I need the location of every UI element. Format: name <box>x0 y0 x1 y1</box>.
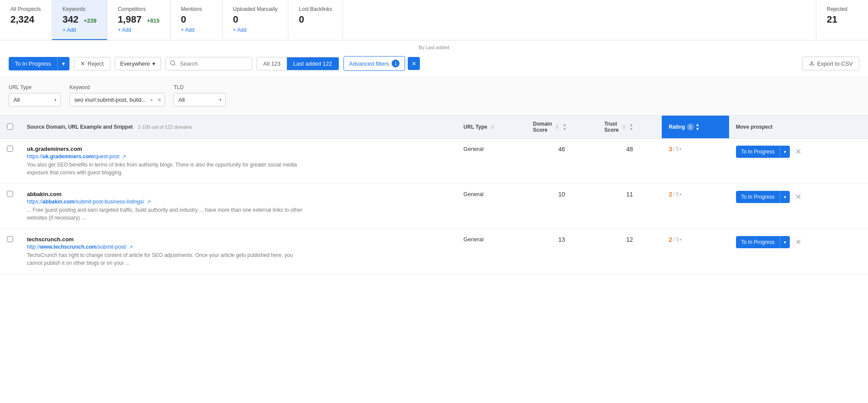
move-prospect-button[interactable]: To In Progress <box>736 236 780 248</box>
th-source: Source Domain, URL Example and Snippet 1… <box>20 116 456 139</box>
rating-caret[interactable]: ▾ <box>680 192 682 197</box>
rating-info-icon[interactable]: i <box>687 123 694 130</box>
trust-score-value: 48 <box>626 146 633 153</box>
row-checkbox-cell <box>0 139 20 184</box>
source-cell: uk.grademiners.com https://uk.grademiner… <box>20 139 456 184</box>
rating-value: 2 <box>669 191 672 198</box>
search-input[interactable] <box>165 57 252 70</box>
move-prospect-caret[interactable]: ▾ <box>780 236 790 248</box>
tld-filter: TLD All .com .org .net <box>174 84 226 107</box>
external-link-icon[interactable]: ↗ <box>129 244 133 250</box>
reject-x-icon: ✕ <box>80 60 85 67</box>
filter-tab-all[interactable]: All 123 <box>257 57 287 70</box>
trust-score-value: 12 <box>626 236 633 243</box>
row-close-button[interactable]: ✕ <box>793 147 803 157</box>
rating-slash: / 5 <box>673 191 679 197</box>
row-checkbox-cell <box>0 229 20 274</box>
to-in-progress-caret[interactable]: ▾ <box>57 57 69 70</box>
move-prospect-button[interactable]: To In Progress <box>736 191 780 203</box>
url-type-cell: General <box>456 139 526 184</box>
stat-value: 2,324 <box>10 14 41 25</box>
th-rating: Rating i ▲▼ <box>662 116 729 139</box>
domain-score-value: 10 <box>558 191 565 198</box>
move-prospect-group: To In Progress ▾ <box>736 191 790 203</box>
external-link-icon[interactable]: ↗ <box>147 199 151 204</box>
stat-card-all-prospects[interactable]: All Prospects 2,324 <box>0 0 52 40</box>
row-close-button[interactable]: ✕ <box>793 237 803 247</box>
filter-fields: URL Type All General Blog Forum Keyword … <box>9 84 859 107</box>
export-csv-button[interactable]: Export to CSV <box>802 57 859 70</box>
domain-url-link[interactable]: https://abbakin.com/submit-post-business… <box>27 199 145 205</box>
stat-card-mentions[interactable]: Mentions 0 + Add <box>171 0 223 40</box>
url-type-value: General <box>463 146 483 152</box>
url-type-select[interactable]: All General Blog Forum <box>9 93 61 107</box>
select-all-checkbox[interactable] <box>7 123 13 130</box>
url-type-select-wrapper: All General Blog Forum <box>9 93 61 107</box>
row-close-button[interactable]: ✕ <box>793 192 803 202</box>
stat-card-lost-backlinks[interactable]: Lost Backlinks 0 <box>288 0 343 40</box>
advanced-filters-close[interactable]: ✕ <box>408 57 420 70</box>
domain-url-link[interactable]: http://www.techscrunch.com/submit-post/ <box>27 244 128 250</box>
stat-card-competitors[interactable]: Competitors 1,987 +815 + Add <box>107 0 170 40</box>
domain-score-cell: 13 <box>526 229 597 274</box>
tld-select[interactable]: All .com .org .net <box>174 93 226 107</box>
action-cell: To In Progress ▾ ✕ <box>736 146 844 158</box>
move-prospect-button[interactable]: To In Progress <box>736 146 780 158</box>
table-row: abbakin.com https://abbakin.com/submit-p… <box>0 184 868 229</box>
stat-label: Lost Backlinks <box>299 6 332 12</box>
move-prospect-cell: To In Progress ▾ ✕ <box>729 229 851 274</box>
rating-cell: 3 / 5 ▾ <box>662 139 729 184</box>
advanced-filters-area: URL Type All General Blog Forum Keyword … <box>0 77 868 116</box>
stat-card-keywords[interactable]: Keywords 342 +239 + Add <box>52 0 107 40</box>
filter-bar: To In Progress ▾ ✕ Reject Everywhere ▾ A… <box>0 50 868 77</box>
chevron-down-icon: ▾ <box>152 60 155 67</box>
rating-caret[interactable]: ▾ <box>680 147 682 151</box>
url-type-info-icon[interactable]: i <box>489 123 496 130</box>
domain-name: uk.grademiners.com <box>27 146 449 152</box>
stat-delta: +239 <box>84 17 96 24</box>
row-checkbox[interactable] <box>7 191 13 197</box>
filter-tab-last-added[interactable]: Last added 122 <box>287 57 339 70</box>
keyword-clear-icon[interactable]: ✕ <box>157 97 162 103</box>
stat-add[interactable]: + Add <box>233 27 278 33</box>
to-in-progress-button[interactable]: To In Progress <box>9 57 57 70</box>
stat-card-uploaded-manually[interactable]: Uploaded Manually 0 + Add <box>223 0 289 40</box>
rating-sort[interactable]: ▲▼ <box>696 123 700 131</box>
stat-label: Competitors <box>118 6 159 12</box>
rating-slash: / 5 <box>673 236 679 243</box>
stat-card-rejected[interactable]: Rejected 21 <box>816 0 868 40</box>
domain-score-cell: 46 <box>526 139 597 184</box>
advanced-filters-button[interactable]: Advanced filters 1 <box>343 56 406 71</box>
move-prospect-caret[interactable]: ▾ <box>780 191 790 203</box>
domain-score-info-icon[interactable]: i <box>554 123 561 130</box>
domain-score-sort[interactable]: ▲▼ <box>562 123 567 131</box>
domain-url: http://www.techscrunch.com/submit-post/ … <box>27 244 449 250</box>
stat-add[interactable]: + Add <box>63 27 96 33</box>
rating-caret[interactable]: ▾ <box>680 237 682 242</box>
trust-score-info-icon[interactable]: i <box>620 123 627 130</box>
trust-score-sort[interactable]: ▲▼ <box>629 123 634 131</box>
th-trust-score: TrustScore i ▲▼ <box>597 116 662 139</box>
table-container: Source Domain, URL Example and Snippet 1… <box>0 116 868 274</box>
external-link-icon[interactable]: ↗ <box>122 154 126 159</box>
reject-button[interactable]: ✕ Reject <box>74 57 110 70</box>
move-prospect-caret[interactable]: ▾ <box>780 146 790 158</box>
domain-url-link[interactable]: https://uk.grademiners.com/quest-post <box>27 153 121 160</box>
row-checkbox[interactable] <box>7 146 13 152</box>
url-type-value: General <box>463 191 483 197</box>
move-prospect-cell: To In Progress ▾ ✕ <box>729 139 851 184</box>
move-prospect-cell: To In Progress ▾ ✕ <box>729 184 851 229</box>
trust-score-cell: 12 <box>597 229 662 274</box>
stat-add[interactable]: + Add <box>181 27 212 33</box>
stat-add[interactable]: + Add <box>118 27 159 33</box>
everywhere-dropdown[interactable]: Everywhere ▾ <box>115 57 162 70</box>
advanced-filters-badge: 1 <box>392 60 399 67</box>
action-cell: To In Progress ▾ ✕ <box>736 191 844 203</box>
stats-bar: All Prospects 2,324 Keywords 342 +239 + … <box>0 0 868 40</box>
row-checkbox[interactable] <box>7 236 13 242</box>
sort-label: By Last added <box>0 40 868 50</box>
stat-label: Uploaded Manually <box>233 6 278 12</box>
stat-delta: +815 <box>147 17 159 24</box>
rating-cell: 2 / 5 ▾ <box>662 184 729 229</box>
keyword-dropdown-icon[interactable]: ▾ <box>151 98 153 102</box>
